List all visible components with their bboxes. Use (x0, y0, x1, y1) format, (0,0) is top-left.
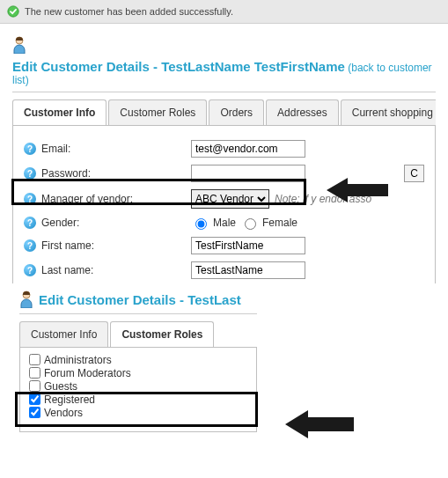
role-administrators-checkbox[interactable] (29, 354, 40, 365)
gender-female-label: Female (262, 217, 297, 229)
role-label: Guests (44, 380, 77, 393)
vendor-select[interactable]: ABC Vendor (191, 189, 269, 209)
user-icon (19, 290, 33, 308)
page-title-2[interactable]: Edit Customer Details - TestLast (39, 292, 241, 307)
page-heading: Edit Customer Details - TestLastName Tes… (12, 24, 436, 92)
divider (19, 313, 257, 314)
tab-panel-customer-info: ? Email: ? Password: C ? Manager of vend… (12, 126, 436, 283)
svg-marker-11 (285, 410, 354, 438)
role-label: Vendors (44, 407, 83, 419)
gender-female-radio[interactable] (245, 218, 256, 230)
tab-strip: Customer Info Customer Roles Orders Addr… (12, 99, 436, 126)
svg-marker-9 (327, 178, 388, 202)
success-text: The new customer has been added successf… (25, 6, 233, 17)
annotation-arrow-icon (327, 173, 388, 210)
role-vendors-checkbox[interactable] (29, 407, 40, 418)
role-label: Administrators (44, 354, 112, 366)
gender-male-radio[interactable] (195, 218, 207, 230)
help-icon[interactable]: ? (24, 143, 36, 155)
divider (12, 92, 436, 92)
tab-customer-roles[interactable]: Customer Roles (108, 99, 207, 125)
tab-strip-2: Customer Info Customer Roles (19, 321, 257, 348)
tab-customer-info[interactable]: Customer Info (12, 99, 106, 126)
firstname-label: ? First name: (24, 239, 191, 252)
help-icon[interactable]: ? (24, 193, 36, 205)
role-guests-checkbox[interactable] (29, 380, 40, 392)
email-input[interactable] (191, 140, 305, 158)
help-icon[interactable]: ? (24, 239, 36, 252)
role-item-administrators: Administrators (29, 353, 247, 366)
password-input[interactable] (191, 165, 305, 182)
role-forum-moderators-checkbox[interactable] (29, 367, 40, 379)
role-label: Forum Moderators (44, 367, 131, 379)
password-label: ? Password: (24, 167, 191, 180)
change-password-button[interactable]: C (404, 165, 424, 182)
role-item-forum-moderators: Forum Moderators (29, 366, 247, 379)
lastname-input[interactable] (191, 261, 305, 279)
help-icon[interactable]: ? (24, 167, 36, 180)
role-label: Registered (44, 393, 95, 406)
success-banner: The new customer has been added successf… (0, 0, 448, 24)
tab-orders[interactable]: Orders (209, 99, 264, 125)
lastname-label: ? Last name: (24, 264, 191, 276)
tab-shopping-cart[interactable]: Current shopping ca (341, 99, 436, 125)
tab-panel-roles: Administrators Forum Moderators Guests R… (19, 348, 257, 432)
role-item-guests: Guests (29, 379, 247, 393)
role-registered-checkbox[interactable] (29, 393, 40, 405)
tab-customer-info-2[interactable]: Customer Info (19, 321, 108, 347)
vendor-label: ? Manager of vendor: (24, 193, 191, 205)
user-icon (12, 36, 26, 54)
page-title[interactable]: Edit Customer Details - TestLastName Tes… (12, 59, 345, 74)
firstname-input[interactable] (191, 237, 305, 254)
check-icon (7, 5, 19, 18)
email-label: ? Email: (24, 143, 191, 155)
gender-label: ? Gender: (24, 217, 191, 229)
tab-customer-roles-2[interactable]: Customer Roles (110, 321, 214, 348)
annotation-arrow-icon-2 (285, 407, 354, 445)
help-icon[interactable]: ? (24, 217, 36, 229)
help-icon[interactable]: ? (24, 264, 36, 276)
role-item-registered: Registered (29, 393, 247, 406)
page-heading-2: Edit Customer Details - TestLast (19, 283, 439, 313)
tab-addresses[interactable]: Addresses (266, 99, 339, 125)
gender-male-label: Male (213, 217, 236, 229)
role-item-vendors: Vendors (29, 406, 247, 419)
